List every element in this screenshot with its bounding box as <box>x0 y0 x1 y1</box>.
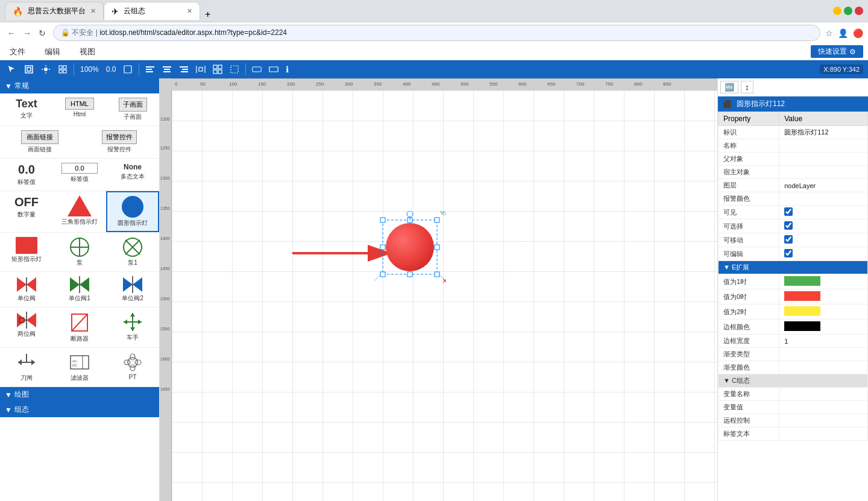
frame-tool[interactable] <box>22 63 36 75</box>
canvas-element-container[interactable]: ✕ 📎 <box>383 220 437 274</box>
comp-single-valve[interactable]: 单位阀 <box>0 272 53 307</box>
prop-val-border-color[interactable] <box>779 320 868 335</box>
prop-row-selectable[interactable]: 可选择 <box>719 219 868 233</box>
checkbox-editable[interactable] <box>784 249 793 257</box>
comp-pump[interactable]: 泵 <box>53 233 106 271</box>
settings-tool[interactable] <box>39 63 53 75</box>
sort-order-button[interactable]: ↕ <box>741 81 753 93</box>
align-right[interactable] <box>177 63 191 75</box>
group-btn[interactable] <box>210 63 225 75</box>
prop-row-tag-text[interactable]: 标签文本 <box>719 427 868 441</box>
window-maximize[interactable] <box>844 7 852 15</box>
prop-val-var-val[interactable] <box>779 401 868 414</box>
prop-row-border-width[interactable]: 边框宽度 1 <box>719 335 868 348</box>
prop-row-id[interactable]: 标识 圆形指示灯112 <box>719 126 868 139</box>
canvas-circle-indicator[interactable] <box>386 223 434 271</box>
info-btn[interactable]: ℹ <box>283 63 291 75</box>
comp-multi-text[interactable]: None 多态文本 <box>106 159 159 191</box>
checkbox-movable[interactable] <box>784 235 793 244</box>
prop-val-parent[interactable] <box>779 153 868 166</box>
prop-row-visible[interactable]: 可见 <box>719 206 868 219</box>
color-black[interactable] <box>784 321 820 331</box>
prop-section-expand[interactable]: ▼ E扩展 <box>719 261 868 274</box>
comp-label-val2[interactable]: 标签值 <box>53 159 106 191</box>
menu-edit[interactable]: 编辑 <box>40 45 65 58</box>
prop-val-gradient-color[interactable] <box>779 361 868 374</box>
comp-circle[interactable]: 圆形指示灯 <box>106 191 159 232</box>
prop-row-val1[interactable]: 值为1时 <box>719 274 868 289</box>
comp-flower[interactable]: PT <box>106 348 159 386</box>
back-button[interactable]: ← <box>5 27 18 39</box>
prop-row-host[interactable]: 宿主对象 <box>719 166 868 179</box>
prop-row-border-color[interactable]: 边框颜色 <box>719 320 868 335</box>
new-tab-button[interactable]: + <box>200 9 215 20</box>
comp-label-val[interactable]: 0.0 标签值 <box>0 159 53 191</box>
comp-breaker[interactable]: 断路器 <box>53 307 106 347</box>
section-group[interactable]: ▼ 组态 <box>0 402 159 417</box>
forward-button[interactable]: → <box>20 27 34 39</box>
comp-alarm-ctrl[interactable]: 报警控件 报警控件 <box>80 126 159 158</box>
comp-subscreen[interactable]: 子画面 子画面 <box>106 93 159 125</box>
prop-section-config[interactable]: ▼ C组态 <box>719 374 868 388</box>
tab-siyun[interactable]: 🔥 思普云大数据平台 ✕ <box>5 2 104 20</box>
comp-alarm-btn[interactable]: 报警控件 <box>102 130 137 144</box>
color-yellow[interactable] <box>784 306 820 316</box>
comp-car-hand[interactable]: 车手 <box>106 307 159 347</box>
prop-val-var-name[interactable] <box>779 388 868 401</box>
prop-row-gradient-type[interactable]: 渐变类型 <box>719 348 868 361</box>
prop-val-selectable[interactable] <box>779 219 868 233</box>
prop-row-editable[interactable]: 可编辑 <box>719 247 868 261</box>
quick-settings-button[interactable]: 快速设置 ⚙ <box>811 45 863 58</box>
comp-subscreen-btn[interactable]: 子画面 <box>119 98 147 112</box>
tab-siyun-close[interactable]: ✕ <box>90 7 96 15</box>
section-general[interactable]: ▼ 常规 <box>0 78 159 93</box>
align-center[interactable] <box>160 63 174 75</box>
menu-view[interactable]: 视图 <box>75 45 100 58</box>
menu-file[interactable]: 文件 <box>5 45 30 58</box>
prop-row-remote-ctrl[interactable]: 远程控制 <box>719 414 868 427</box>
extensions-button[interactable]: 🔴 <box>853 28 863 38</box>
bookmark-button[interactable]: ☆ <box>825 28 833 38</box>
account-button[interactable]: 👤 <box>838 28 848 38</box>
prop-val-alarm-color[interactable] <box>779 192 868 206</box>
comp-text[interactable]: Text 文字 <box>0 93 53 125</box>
tab-yunzutai[interactable]: ✈ 云组态 ✕ <box>104 2 200 20</box>
property-table[interactable]: Property Value 标识 圆形指示灯112 名称 <box>718 112 868 501</box>
comp-acdc[interactable]: AC DC 滤波器 <box>53 348 106 386</box>
ungroup-btn[interactable] <box>227 63 242 75</box>
prop-row-layer[interactable]: 图层 nodeLayer <box>719 179 868 192</box>
zoom-box[interactable] <box>121 63 135 75</box>
prop-val-host[interactable] <box>779 166 868 179</box>
comp-html[interactable]: HTML Html <box>53 93 106 125</box>
select-tool[interactable] <box>5 63 19 75</box>
prop-row-name[interactable]: 名称 <box>719 139 868 153</box>
preview-sm[interactable] <box>250 63 264 75</box>
prop-val-movable[interactable] <box>779 233 868 247</box>
prop-row-movable[interactable]: 可移动 <box>719 233 868 247</box>
checkbox-selectable[interactable] <box>784 221 793 230</box>
preview-lg[interactable] <box>266 63 281 75</box>
prop-val-layer[interactable]: nodeLayer <box>779 179 868 192</box>
prop-row-gradient-color[interactable]: 渐变颜色 <box>719 361 868 374</box>
comp-screen-link[interactable]: 画面链接 画面链接 <box>0 126 80 158</box>
section-drawing[interactable]: ▼ 绘图 <box>0 387 159 402</box>
refresh-button[interactable]: ↻ <box>36 27 48 39</box>
url-bar[interactable]: 🔒 不安全 | iot.idosp.net/html/scada/editor.… <box>53 25 820 41</box>
comp-html-btn[interactable]: HTML <box>65 98 94 110</box>
prop-row-val0[interactable]: 值为0时 <box>719 289 868 304</box>
prop-val-val2[interactable] <box>779 304 868 320</box>
prop-row-var-name[interactable]: 变量名称 <box>719 388 868 401</box>
comp-pump1[interactable]: 泵1 <box>106 233 159 271</box>
prop-val-visible[interactable] <box>779 206 868 219</box>
prop-val-val0[interactable] <box>779 289 868 304</box>
comp-blade[interactable]: 刀闸 <box>0 348 53 386</box>
prop-val-id[interactable]: 圆形指示灯112 <box>779 126 868 139</box>
prop-val-remote-ctrl[interactable] <box>779 414 868 427</box>
prop-val-tag-text[interactable] <box>779 427 868 441</box>
label-input-display[interactable] <box>61 163 98 174</box>
sort-az-button[interactable]: 🔤 <box>720 81 738 93</box>
prop-row-var-val[interactable]: 变量值 <box>719 401 868 414</box>
prop-section-config-label[interactable]: ▼ C组态 <box>719 374 868 388</box>
prop-row-alarm-color[interactable]: 报警颜色 <box>719 192 868 206</box>
canvas-content[interactable]: ✕ 📎 <box>172 90 717 501</box>
